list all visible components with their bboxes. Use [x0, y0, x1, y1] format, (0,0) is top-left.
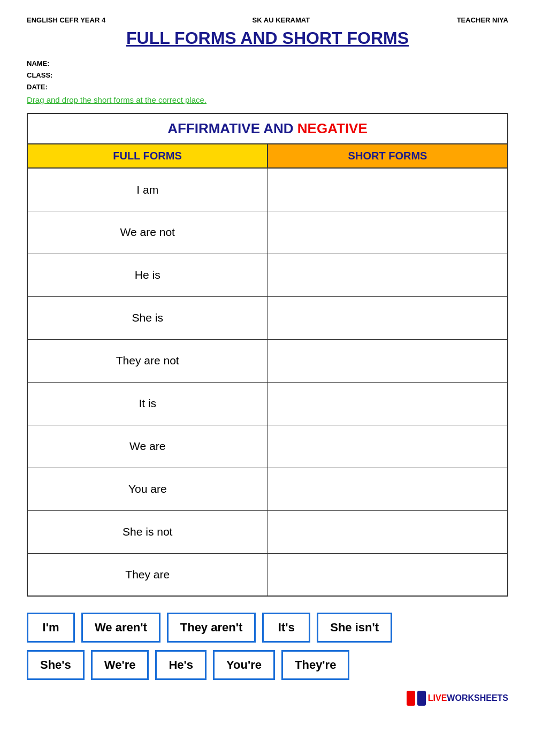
short-form-cell[interactable] [268, 296, 508, 339]
table-row: It is [27, 382, 508, 425]
table-row: They are [27, 553, 508, 596]
full-form-cell: We are not [27, 211, 268, 254]
svg-rect-1 [417, 691, 426, 706]
col-full-forms-header: FULL FORMS [27, 144, 268, 168]
full-form-cell: I am [27, 168, 268, 211]
drag-item[interactable]: You're [213, 650, 275, 680]
negative-label: NEGATIVE [297, 120, 368, 136]
page-title: FULL FORMS AND SHORT FORMS [27, 28, 508, 48]
full-form-cell: She is [27, 296, 268, 339]
drag-area: I'mWe aren'tThey aren'tIt'sShe isn't She… [27, 613, 508, 680]
date-field-label: DATE: [27, 81, 508, 93]
header-center: SK AU KERAMAT [253, 16, 310, 24]
full-form-cell: They are [27, 553, 268, 596]
short-form-cell[interactable] [268, 211, 508, 254]
drag-item[interactable]: I'm [27, 613, 75, 643]
drag-item[interactable]: She isn't [317, 613, 392, 643]
header-meta: ENGLISH CEFR YEAR 4 SK AU KERAMAT TEACHE… [27, 16, 508, 24]
drag-item[interactable]: He's [155, 650, 207, 680]
drag-item[interactable]: They're [281, 650, 349, 680]
drag-row-2: She'sWe'reHe'sYou'reThey're [27, 650, 508, 680]
affirmative-label: AFFIRMATIVE AND [167, 120, 297, 136]
drag-item[interactable]: She's [27, 650, 85, 680]
drag-item[interactable]: We aren't [81, 613, 160, 643]
short-form-cell[interactable] [268, 468, 508, 510]
full-form-cell: They are not [27, 339, 268, 382]
short-form-cell[interactable] [268, 254, 508, 296]
table-row: We are not [27, 211, 508, 254]
main-table: AFFIRMATIVE AND NEGATIVE FULL FORMS SHOR… [27, 113, 508, 597]
short-form-cell[interactable] [268, 510, 508, 553]
table-row: She is not [27, 510, 508, 553]
table-row: We are [27, 425, 508, 468]
drag-item[interactable]: We're [91, 650, 149, 680]
logo-icon [407, 691, 426, 706]
instruction: Drag and drop the short forms at the cor… [27, 95, 508, 104]
full-form-cell: We are [27, 425, 268, 468]
class-field-label: CLASS: [27, 70, 508, 81]
short-form-cell[interactable] [268, 382, 508, 425]
full-form-cell: It is [27, 382, 268, 425]
drag-item[interactable]: They aren't [167, 613, 256, 643]
header-right: TEACHER NIYA [457, 16, 508, 24]
table-row: They are not [27, 339, 508, 382]
table-row: You are [27, 468, 508, 510]
student-info: NAME: CLASS: DATE: [27, 58, 508, 93]
full-form-cell: She is not [27, 510, 268, 553]
table-title-cell: AFFIRMATIVE AND NEGATIVE [27, 113, 508, 144]
logo-text: LIVEWORKSHEETS [428, 693, 508, 703]
footer: LIVEWORKSHEETS [27, 691, 508, 706]
full-form-cell: He is [27, 254, 268, 296]
short-form-cell[interactable] [268, 553, 508, 596]
table-title-row: AFFIRMATIVE AND NEGATIVE [27, 113, 508, 144]
drag-item[interactable]: It's [262, 613, 310, 643]
name-field-label: NAME: [27, 58, 508, 70]
svg-rect-0 [407, 691, 415, 706]
liveworksheets-logo: LIVEWORKSHEETS [407, 691, 508, 706]
drag-row-1: I'mWe aren'tThey aren'tIt'sShe isn't [27, 613, 508, 643]
full-form-cell: You are [27, 468, 268, 510]
table-row: He is [27, 254, 508, 296]
header-left: ENGLISH CEFR YEAR 4 [27, 16, 105, 24]
table-row: She is [27, 296, 508, 339]
col-header-row: FULL FORMS SHORT FORMS [27, 144, 508, 168]
table-row: I am [27, 168, 508, 211]
col-short-forms-header: SHORT FORMS [268, 144, 508, 168]
short-form-cell[interactable] [268, 339, 508, 382]
short-form-cell[interactable] [268, 425, 508, 468]
short-form-cell[interactable] [268, 168, 508, 211]
